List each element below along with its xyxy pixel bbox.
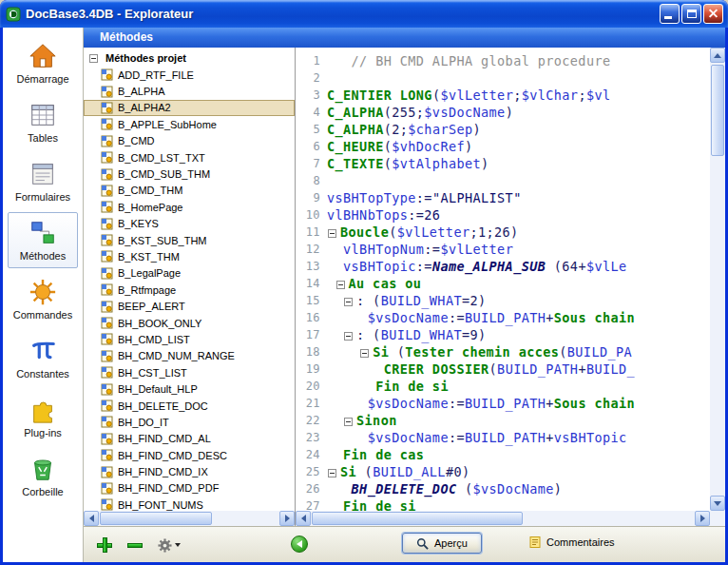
editor-horizontal-scrollbar [296, 511, 710, 526]
code-segment: C_ALPHA [327, 105, 384, 120]
scroll-track[interactable] [710, 63, 725, 496]
tree-item-BH_Default_HLP[interactable]: BH_Default_HLP [84, 380, 295, 397]
preview-button[interactable]: Aperçu [402, 533, 482, 554]
scroll-thumb[interactable] [312, 512, 523, 525]
tree-item-B_KST_SUB_THM[interactable]: B_KST_SUB_THM [84, 232, 295, 248]
tree-item-B_CMD_LST_TXT[interactable]: B_CMD_LST_TXT [84, 149, 295, 166]
tree-item-B_CMD[interactable]: B_CMD [84, 133, 295, 149]
tree-item-B_CMD_SUB_THM[interactable]: B_CMD_SUB_THM [84, 166, 295, 182]
plugins-icon [29, 396, 57, 424]
tree-item-label: B_HomePage [118, 202, 183, 213]
code-segment: #0) [446, 464, 470, 479]
sidebar-item-tables[interactable]: Tables [8, 94, 78, 150]
scroll-left-button[interactable] [84, 511, 99, 526]
fold-marker[interactable] [344, 332, 353, 341]
tree-item-B_ALPHA2[interactable]: B_ALPHA2 [84, 100, 295, 116]
collapse-icon[interactable] [89, 54, 98, 63]
commands-icon [29, 278, 57, 306]
fold-marker[interactable] [328, 469, 336, 477]
fold-marker[interactable] [344, 298, 353, 306]
code-segment: C_ALPHA [327, 122, 384, 137]
tree-item-B_CMD_THM[interactable]: B_CMD_THM [84, 183, 295, 199]
code-segment: C_ENTIER LONG [327, 88, 432, 103]
method-icon [101, 135, 113, 147]
tree-item-BH_FIND_CMD_IX[interactable]: BH_FIND_CMD_IX [84, 463, 295, 479]
sidebar-item-demarrage[interactable]: Démarrage [8, 35, 78, 91]
sidebar-item-commandes[interactable]: Commandes [8, 271, 78, 327]
sidebar-item-plugins[interactable]: Plug-ins [8, 389, 78, 445]
scroll-track[interactable] [99, 511, 279, 526]
tree-item-B_Rtfmpage[interactable]: B_Rtfmpage [84, 282, 295, 298]
tree-item-label: B_KST_THM [118, 251, 180, 263]
scroll-up-button[interactable] [710, 48, 725, 63]
tree-item-BEEP_ALERT[interactable]: BEEP_ALERT [84, 298, 295, 314]
fold-marker[interactable] [360, 349, 369, 358]
code-segment [327, 310, 368, 325]
up-arrow-icon [714, 53, 721, 58]
code-segment: ) [473, 122, 482, 137]
tree-item-B_LegalPage[interactable]: B_LegalPage [84, 265, 295, 282]
tree-item-B_KST_THM[interactable]: B_KST_THM [84, 248, 295, 264]
tree-item-BH_BOOK_ONLY[interactable]: BH_BOOK_ONLY [84, 315, 295, 331]
tree-item-BH_FONT_NUMS[interactable]: BH_FONT_NUMS [84, 497, 295, 511]
delete-method-button[interactable] [124, 535, 146, 555]
scroll-track[interactable] [311, 511, 695, 526]
minimize-button[interactable] [660, 4, 680, 24]
scroll-thumb[interactable] [711, 65, 724, 156]
scroll-thumb[interactable] [100, 512, 212, 525]
method-tree-panel: Méthodes projet ADD_RTF_FILEB_ALPHAB_ALP… [84, 48, 295, 526]
sidebar-item-constantes[interactable]: Constantes [8, 330, 78, 386]
tree-item-ADD_RTF_FILE[interactable]: ADD_RTF_FILE [84, 67, 295, 83]
options-menu-button[interactable] [154, 535, 184, 555]
sidebar-item-formulaires[interactable]: Formulaires [8, 153, 78, 209]
code-segment: Sous chain [554, 396, 635, 411]
tree-item-BH_DELETE_DOC[interactable]: BH_DELETE_DOC [84, 398, 295, 414]
scroll-right-button[interactable] [695, 511, 710, 526]
window-controls [660, 4, 723, 24]
scroll-left-button[interactable] [296, 511, 311, 526]
tree-item-B_KEYS[interactable]: B_KEYS [84, 216, 295, 232]
maximize-button[interactable] [681, 4, 701, 24]
sidebar-item-corbeille[interactable]: Corbeille [8, 448, 78, 504]
tree-item-BH_DO_IT[interactable]: BH_DO_IT [84, 414, 295, 430]
code-segment: C_HEURE [327, 139, 384, 154]
code-line: 22 Sinon [296, 412, 710, 429]
tree-item-B_APPLE_SubHome[interactable]: B_APPLE_SubHome [84, 116, 295, 132]
tree-item-BH_CST_LIST[interactable]: BH_CST_LIST [84, 364, 295, 380]
code-segment: $charSep [408, 122, 472, 137]
fold-marker[interactable] [336, 281, 345, 289]
tree-item-BH_FIND_CMD_AL[interactable]: BH_FIND_CMD_AL [84, 431, 295, 447]
fold-marker[interactable] [328, 229, 336, 238]
code-segment: $vsDocName [473, 481, 554, 497]
dropdown-caret-icon [175, 543, 181, 547]
close-button[interactable] [703, 4, 723, 24]
code-text: Fin de cas [327, 446, 424, 463]
scroll-down-button[interactable] [710, 496, 725, 511]
tree-item-BH_CMD_LIST[interactable]: BH_CMD_LIST [84, 331, 295, 347]
tree-root[interactable]: Méthodes projet [84, 49, 295, 67]
tree-item-BH_CMD_NUM_RANGE[interactable]: BH_CMD_NUM_RANGE [84, 348, 295, 364]
app-icon [6, 7, 21, 22]
tree-item-label: BH_CST_LIST [118, 367, 187, 379]
fold-marker[interactable] [344, 418, 353, 426]
code-segment: BUILD_ALL [373, 464, 446, 479]
back-button[interactable] [291, 536, 308, 553]
method-icon [101, 68, 113, 81]
method-icon [101, 383, 113, 396]
titlebar[interactable]: DocBase3.4DB - Explorateur [0, 0, 728, 28]
tree-item-BH_FIND_CMD_DESC[interactable]: BH_FIND_CMD_DESC [84, 447, 295, 463]
add-method-button[interactable] [93, 535, 116, 555]
tree-item-label: BH_FIND_CMD_AL [118, 433, 211, 444]
tree-item-label: BEEP_ALERT [118, 301, 185, 312]
scroll-right-button[interactable] [279, 511, 295, 526]
tree-item-BH_FIND_CMD_PDF[interactable]: BH_FIND_CMD_PDF [84, 480, 295, 497]
tree-item-B_HomePage[interactable]: B_HomePage [84, 199, 295, 215]
comments-button[interactable]: Commentaires [528, 536, 615, 549]
tree-item-label: B_CMD_THM [118, 185, 182, 196]
sidebar-item-methodes[interactable]: Méthodes [8, 212, 78, 268]
code-segment: + [578, 361, 586, 377]
code-segment: ( [384, 139, 393, 154]
code-editor[interactable]: 1 // BH CMD ALPHA global procedure23C_EN… [296, 48, 710, 511]
tree-item-B_ALPHA[interactable]: B_ALPHA [84, 83, 295, 99]
code-text: C_ALPHA(2;$charSep) [327, 121, 481, 138]
